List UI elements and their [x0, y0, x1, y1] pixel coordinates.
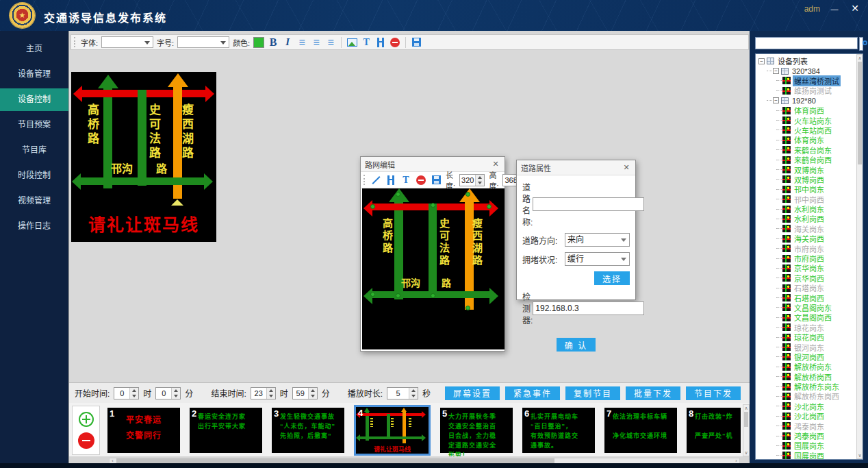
playlist-item-8[interactable]: 8打击改装“炸 严查严处“机: [687, 408, 741, 453]
sidebar-item-设备管理[interactable]: 设备管理: [0, 63, 68, 86]
playlist-item-1[interactable]: 1平安春运交警同行: [107, 408, 180, 453]
device-item[interactable]: 体育岗西: [757, 106, 863, 115]
device-item[interactable]: 海关岗东: [757, 224, 863, 234]
scroll-up-icon[interactable]: [857, 55, 863, 61]
remove-program-button[interactable]: [78, 432, 94, 449]
device-item[interactable]: 来鹤台岗西: [757, 155, 863, 164]
sidebar-item-节目预案[interactable]: 节目预案: [0, 114, 68, 136]
sidebar-item-设备控制[interactable]: 设备控制: [0, 88, 68, 111]
device-item[interactable]: 维扬岗测试: [757, 86, 863, 95]
font-select[interactable]: [101, 36, 153, 48]
close-icon[interactable]: [491, 160, 500, 169]
device-item[interactable]: 鸿泰岗东: [757, 421, 863, 430]
search-input[interactable]: [755, 37, 858, 49]
scroll-down-icon[interactable]: [857, 452, 863, 458]
duration-spinner[interactable]: 5: [387, 387, 418, 399]
node-handle[interactable]: [370, 292, 375, 297]
congestion-select[interactable]: 缓行: [565, 252, 630, 266]
dialog-titlebar[interactable]: 路网编辑: [361, 157, 505, 172]
sidebar-item-主页[interactable]: 主页: [0, 38, 68, 60]
tree-group[interactable]: 192*80: [757, 96, 863, 106]
device-item[interactable]: 解放桥东岗东: [757, 382, 863, 391]
collapse-toggle-icon[interactable]: [773, 97, 779, 103]
screen-settings-button[interactable]: 屏幕设置: [445, 386, 500, 400]
length-spinner[interactable]: 320: [459, 174, 485, 186]
device-item[interactable]: 国展岗东: [757, 441, 863, 450]
search-button[interactable]: [859, 37, 863, 51]
device-item[interactable]: 银河岗东: [757, 342, 863, 352]
device-item[interactable]: 水利岗东: [757, 204, 863, 214]
add-program-button[interactable]: [79, 412, 94, 427]
device-item[interactable]: 市府岗西: [757, 254, 863, 263]
road-name-input[interactable]: [533, 197, 644, 211]
copy-program-button[interactable]: 复制节目: [565, 386, 620, 400]
start-minute-spinner[interactable]: 0: [155, 387, 181, 399]
minimize-icon[interactable]: [827, 1, 842, 15]
spinner-arrows[interactable]: [409, 388, 418, 399]
select-button[interactable]: 选择: [594, 271, 630, 285]
end-hour-spinner[interactable]: 23: [251, 387, 276, 399]
device-item[interactable]: 来鹤台岗东: [757, 145, 863, 155]
node-handle[interactable]: [370, 204, 375, 209]
device-item[interactable]: 双博岗东: [757, 164, 863, 174]
device-item[interactable]: 海关岗西: [757, 234, 863, 243]
bold-button[interactable]: B: [268, 36, 279, 49]
device-item[interactable]: 解放桥岗西: [757, 372, 863, 382]
device-item[interactable]: 双博岗西: [757, 175, 863, 184]
sidebar-item-时段控制[interactable]: 时段控制: [0, 164, 68, 187]
playlist-item-2[interactable]: 2春运安全连万家出行平安带大家: [190, 408, 262, 453]
device-item[interactable]: 琼花岗西: [757, 332, 863, 342]
end-minute-spinner[interactable]: 59: [292, 387, 318, 399]
insert-text-button[interactable]: T: [361, 36, 372, 49]
align-right-button[interactable]: [325, 36, 336, 49]
start-hour-spinner[interactable]: 0: [114, 387, 139, 399]
spinner-arrows[interactable]: [129, 388, 138, 399]
align-left-button[interactable]: [296, 36, 307, 49]
batch-send-button[interactable]: 批量下发: [626, 386, 680, 400]
node-handle[interactable]: [465, 306, 470, 310]
dialog-titlebar[interactable]: 道路属性: [517, 160, 635, 175]
device-item[interactable]: 邗中岗西: [757, 194, 863, 204]
direction-select[interactable]: 来向: [565, 233, 630, 247]
device-item[interactable]: 市府岗东: [757, 243, 863, 253]
tree-group[interactable]: 320*384: [757, 66, 863, 75]
device-item[interactable]: 火车站岗西: [757, 125, 863, 135]
node-handle[interactable]: [396, 293, 400, 298]
roadnet-canvas[interactable]: 高桥路 史可法路 瘦西湖路 邗沟 路: [362, 188, 505, 349]
device-item[interactable]: 螺丝湾桥测试: [757, 76, 863, 86]
device-item[interactable]: 火车站岗东: [757, 115, 863, 125]
device-item[interactable]: 琼花岗东: [757, 323, 863, 332]
roadnet-button[interactable]: [375, 36, 386, 49]
delete-button[interactable]: [390, 36, 400, 49]
close-icon[interactable]: [847, 1, 863, 15]
device-item[interactable]: 京华岗东: [757, 263, 863, 273]
scroll-thumb[interactable]: [116, 458, 554, 463]
playlist-item-6[interactable]: 6扎实开展电动车“百日整治”，有效预防道路交通事故。: [522, 408, 595, 453]
collapse-toggle-icon[interactable]: [758, 58, 765, 64]
emergency-event-button[interactable]: 紧急事件: [505, 386, 560, 400]
sidebar-item-视频管理[interactable]: 视频管理: [0, 190, 68, 212]
current-user[interactable]: adm: [804, 4, 820, 14]
color-swatch[interactable]: [253, 37, 264, 48]
device-item[interactable]: 水利岗西: [757, 214, 863, 223]
align-center-button[interactable]: [311, 36, 322, 49]
close-icon[interactable]: [622, 163, 631, 172]
scroll-right-icon[interactable]: [733, 458, 739, 463]
device-item[interactable]: 石塔岗西: [757, 293, 863, 302]
draw-line-button[interactable]: [370, 174, 381, 186]
node-handle[interactable]: [487, 204, 492, 209]
device-item[interactable]: 石塔岗东: [757, 283, 863, 293]
scroll-left-icon[interactable]: [110, 458, 116, 463]
device-item[interactable]: 解放桥岗东: [757, 362, 863, 371]
device-item[interactable]: 银河岗西: [757, 352, 863, 362]
scroll-down-icon[interactable]: [743, 449, 749, 456]
program-send-button[interactable]: 节目下发: [686, 386, 741, 400]
confirm-button[interactable]: 确 认: [557, 338, 596, 352]
roadnet-button[interactable]: [385, 174, 396, 186]
italic-button[interactable]: I: [282, 36, 293, 49]
device-item[interactable]: 沙北岗西: [757, 411, 863, 421]
tree-root[interactable]: 设备列表: [757, 56, 863, 66]
save-button[interactable]: [431, 174, 442, 186]
size-select[interactable]: [177, 36, 229, 48]
scroll-thumb[interactable]: [744, 412, 748, 427]
